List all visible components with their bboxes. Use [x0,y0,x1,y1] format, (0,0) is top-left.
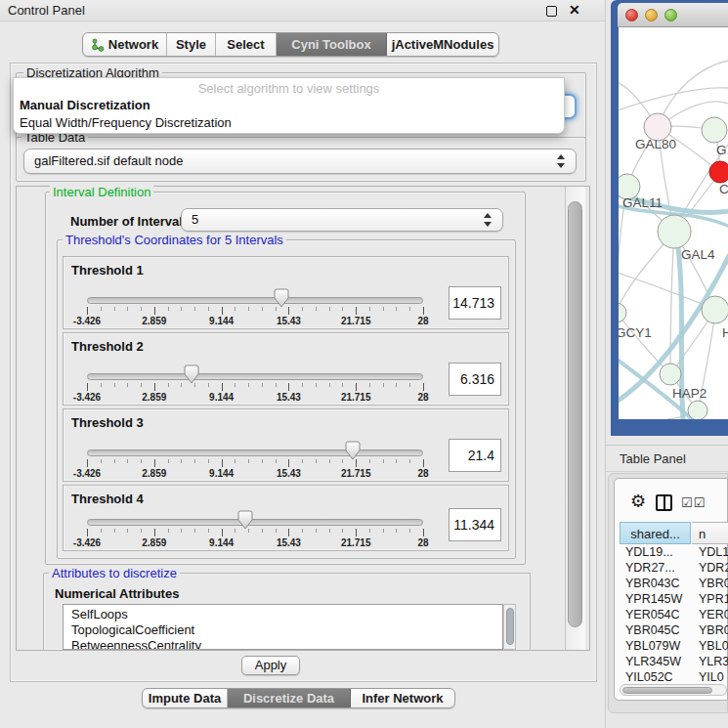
control-panel-titlebar: Control Panel ✕ [0,0,606,21]
tab-label: Impute Data [149,691,221,706]
minimize-traffic-light[interactable] [645,9,658,21]
slider-ticks [87,529,423,537]
scrollbar-thumb[interactable] [568,201,582,627]
cell[interactable]: YDR2 [699,561,728,575]
list-item-betweennesscentrality[interactable]: BetweennessCentrality [71,638,201,650]
tick-label: 21.715 [341,537,371,548]
cell[interactable]: YDL1 [699,545,728,559]
number-of-intervals-value: 5 [192,212,198,227]
group-title-interval-definition: Interval Definition [50,186,153,198]
checkbox-filter-icons[interactable]: ☑☑ [681,495,706,510]
node-partial-right[interactable] [702,296,728,323]
threshold-1-slider-handle[interactable] [274,288,289,308]
split-columns-icon[interactable] [656,494,672,511]
node-selected-red[interactable] [709,161,728,183]
cell[interactable]: YBR043C [625,577,680,590]
table-row[interactable]: YER054CYER0 [620,607,728,623]
number-of-intervals-spinner[interactable]: 5 [181,208,503,232]
node-partial-bottom[interactable] [688,401,707,419]
threshold-4-slider-track[interactable] [87,519,423,526]
threshold-1-value-field[interactable]: 14.713 [449,286,501,320]
table-window: ⚙ ☑☑ shared... n YDL19...YDL1 YDR27...YD… [614,478,728,701]
node-gcy1[interactable] [619,303,626,322]
list-item-topologicalcoefficient[interactable]: TopologicalCoefficient [71,622,194,637]
node-gal4[interactable] [658,215,691,248]
table-row[interactable]: YDL19...YDL1 [620,544,728,561]
threshold-3-slider-handle[interactable] [345,441,361,460]
table-horizontal-scrollbar[interactable] [620,684,727,696]
threshold-3-value-field[interactable]: 21.4 [449,439,501,472]
threshold-2-slider-handle[interactable] [184,364,199,384]
table-data-combobox[interactable]: galFiltered.sif default node [23,149,577,174]
tick-label: 21.715 [341,468,371,479]
zoom-traffic-light[interactable] [664,9,677,21]
table-row[interactable]: YBR045CYBR0 [620,622,728,639]
cell[interactable]: YPR145W [625,592,682,606]
threshold-2-value-field[interactable]: 6.316 [449,363,501,396]
cell[interactable]: YBL079W [625,639,680,653]
list-item-selfloops[interactable]: SelfLoops [71,607,128,621]
node-label-partial-mid-right: C [719,182,728,196]
network-canvas[interactable]: GAL80 G. C GAL11 GAL4 GCY1 H HAP2 [619,27,728,419]
table-row[interactable]: YBR043CYBR0 [620,576,728,592]
settings-vertical-scrollbar[interactable] [565,187,585,650]
cell[interactable]: YBR0 [699,577,728,590]
threshold-4-value-field[interactable]: 11.344 [449,508,501,541]
tick-label: 21.715 [341,392,371,403]
tab-jactivemnodules[interactable]: jActiveMNodules [387,33,498,56]
threshold-4-slider-handle[interactable] [237,510,253,530]
panel-divider[interactable] [605,0,606,728]
node-hap2[interactable] [660,364,681,385]
cell[interactable]: YER0 [699,608,728,621]
tab-discretize-data[interactable]: Discretize Data [228,689,351,707]
threshold-3-label: Threshold 3 [71,415,144,430]
cell[interactable]: YER054C [625,608,680,621]
tab-impute-data[interactable]: Impute Data [143,689,228,707]
tab-style[interactable]: Style [167,33,216,56]
cell[interactable]: YPR1 [699,592,728,606]
tab-infer-network[interactable]: Infer Network [351,689,454,707]
table-row[interactable]: YPR145WYPR1 [620,591,728,608]
table-row[interactable]: YBL079WYBL0 [620,638,728,655]
tab-label: Style [176,37,206,52]
threshold-3-slider-track[interactable] [87,450,423,456]
apply-button[interactable]: Apply [241,656,300,675]
table-row[interactable]: YLR345WYLR3 [620,654,728,670]
cell[interactable]: YBL0 [699,639,728,653]
cell[interactable]: YLR345W [625,655,681,668]
table-row[interactable]: YIL052CYIL0 [620,669,728,681]
scrollbar-thumb[interactable] [622,687,712,695]
cell[interactable]: YIL052C [625,670,673,681]
cell[interactable]: YDL19... [625,545,673,559]
bottom-tab-bar: Impute Data Discretize Data Infer Networ… [142,688,455,708]
attributes-list-scrollbar[interactable] [503,604,516,650]
tab-select[interactable]: Select [216,33,277,56]
tick-label: -3.426 [73,468,101,479]
tab-cyni-toolbox[interactable]: Cyni Toolbox [277,33,387,56]
dropdown-option-equal-width-frequency[interactable]: Equal Width/Frequency Discretization [20,115,232,130]
table-row[interactable]: YDR27...YDR2 [620,560,728,577]
cell[interactable]: YBR045C [625,623,680,637]
cell[interactable]: YDR27... [625,561,675,575]
scrollbar-thumb[interactable] [506,608,514,645]
column-header-shared[interactable]: shared... [620,522,691,544]
column-header-name[interactable]: n [692,522,728,544]
tick-label: 21.715 [341,316,371,326]
node-label-partial-top-right: G. [716,143,728,157]
cell[interactable]: YLR3 [699,655,728,668]
cell[interactable]: YIL0 [699,670,724,681]
close-icon[interactable]: ✕ [569,2,580,18]
tick-label: 9.144 [209,468,234,479]
combobox-arrows-icon [557,153,567,169]
node-partial-top-right[interactable] [702,117,727,143]
gear-icon[interactable]: ⚙ [630,492,646,510]
threshold-2-slider-track[interactable] [87,373,423,380]
tab-network[interactable]: Network [83,33,167,56]
close-traffic-light[interactable] [625,9,638,21]
tab-label: Network [108,37,158,52]
dropdown-option-manual-discretization[interactable]: Manual Discretization [20,98,150,112]
cell[interactable]: YBR0 [699,623,728,637]
slider-tick-labels: -3.426 2.859 9.144 15.43 21.715 28 [87,316,423,326]
threshold-1-slider-track[interactable] [87,297,423,304]
float-window-icon[interactable] [546,6,557,17]
